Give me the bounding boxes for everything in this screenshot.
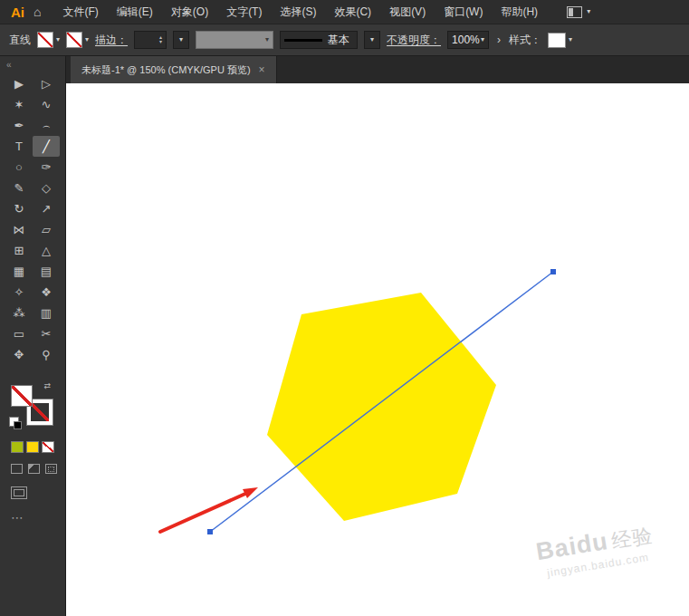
tool-free-transform[interactable]: ▱ bbox=[33, 219, 60, 240]
menu-item-help[interactable]: 帮助(H) bbox=[492, 0, 547, 24]
draw-inside-icon[interactable] bbox=[45, 464, 57, 474]
curvature-icon: ⌢ bbox=[43, 119, 51, 133]
yellow-hexagon-shape[interactable] bbox=[267, 293, 496, 521]
menu-items: 文件(F) 编辑(E) 对象(O) 文字(T) 选择(S) 效果(C) 视图(V… bbox=[53, 0, 547, 24]
tool-rotate[interactable]: ↻ bbox=[5, 198, 33, 219]
menu-item-select[interactable]: 选择(S) bbox=[271, 0, 325, 24]
tool-grid: ▶ ▷ ✶ ∿ ✒ ⌢ T bbox=[0, 73, 65, 365]
line-anchor-start[interactable] bbox=[207, 529, 213, 534]
tool-blend[interactable]: ❖ bbox=[33, 282, 60, 303]
tool-selection[interactable]: ▶ bbox=[5, 73, 33, 94]
tool-gradient[interactable]: ▤ bbox=[33, 261, 60, 282]
tool-pencil[interactable]: ✎ bbox=[5, 178, 33, 198]
selection-icon: ▶ bbox=[14, 77, 24, 91]
tool-pen[interactable]: ✒ bbox=[5, 115, 33, 136]
fill-none-swatch-icon bbox=[37, 32, 53, 48]
chevron-down-icon: ▾ bbox=[481, 36, 484, 43]
tool-artboard[interactable]: ▭ bbox=[5, 323, 33, 344]
opacity-dropdown[interactable]: 100% ▾ bbox=[447, 31, 489, 49]
brush-definition-dropdown[interactable]: ▾ bbox=[196, 31, 273, 49]
menu-item-type[interactable]: 文字(T) bbox=[217, 0, 271, 24]
tool-lasso[interactable]: ∿ bbox=[33, 94, 60, 115]
ellipse-icon: ○ bbox=[15, 160, 23, 174]
canvas[interactable]: Baidu经验 jingyan.baidu.com bbox=[66, 83, 689, 616]
line-anchor-end[interactable] bbox=[550, 269, 556, 274]
stroke-preview-icon bbox=[284, 39, 322, 42]
tool-zoom[interactable]: ⚲ bbox=[33, 344, 60, 365]
chevron-down-icon: ▾ bbox=[370, 36, 374, 43]
stroke-style-dropdown[interactable]: 基本 bbox=[280, 31, 358, 49]
menu-item-view[interactable]: 视图(V) bbox=[380, 0, 435, 24]
tool-ellipse[interactable]: ○ bbox=[5, 157, 33, 178]
scale-icon: ↗ bbox=[42, 202, 52, 216]
tool-shape-builder[interactable]: ⊞ bbox=[5, 240, 33, 261]
direct-selection-icon: ▷ bbox=[42, 77, 51, 91]
tool-mesh[interactable]: ▦ bbox=[5, 261, 33, 282]
column-graph-icon: ▥ bbox=[41, 306, 52, 320]
stroke-none-swatch-icon bbox=[66, 32, 82, 48]
active-tool-label: 直线 bbox=[9, 33, 31, 48]
stroke-color-control[interactable]: ▾ bbox=[66, 32, 89, 48]
document-tab[interactable]: 未标题-1* @ 150% (CMYK/GPU 预览) × bbox=[71, 56, 277, 83]
free-transform-icon: ▱ bbox=[42, 223, 51, 236]
style-swatch-icon bbox=[548, 33, 566, 48]
stroke-weight-stepper[interactable]: ▴▾ bbox=[134, 31, 167, 49]
change-screen-mode-icon[interactable] bbox=[11, 486, 27, 499]
tool-width[interactable]: ⋈ bbox=[5, 219, 33, 240]
apply-gradient-button[interactable] bbox=[26, 441, 39, 453]
menu-item-edit[interactable]: 编辑(E) bbox=[108, 0, 162, 24]
tool-paintbrush[interactable]: ✑ bbox=[33, 157, 60, 178]
edit-toolbar-icon[interactable]: ⋯ bbox=[11, 510, 65, 525]
tool-magic-wand[interactable]: ✶ bbox=[5, 94, 33, 115]
mesh-icon: ▦ bbox=[14, 265, 24, 278]
stroke-style-caret[interactable]: ▾ bbox=[364, 31, 380, 49]
opacity-label[interactable]: 不透明度： bbox=[387, 33, 441, 48]
menu-item-file[interactable]: 文件(F) bbox=[53, 0, 107, 24]
draw-normal-icon[interactable] bbox=[11, 464, 23, 474]
fill-stroke-widget[interactable]: ⇄ bbox=[11, 385, 53, 425]
tool-perspective-grid[interactable]: △ bbox=[33, 240, 60, 261]
tool-direct-selection[interactable]: ▷ bbox=[33, 73, 60, 94]
tools-panel: « ▶ ▷ ✶ ∿ ✒ ⌢ bbox=[0, 56, 66, 616]
chevron-down-icon: ▾ bbox=[569, 36, 572, 43]
lasso-icon: ∿ bbox=[42, 98, 52, 111]
fill-color-control[interactable]: ▾ bbox=[37, 32, 60, 48]
stroke-weight-label[interactable]: 描边： bbox=[95, 33, 128, 48]
tool-column-graph[interactable]: ▥ bbox=[33, 303, 60, 323]
close-icon[interactable]: × bbox=[259, 63, 265, 76]
menu-item-object[interactable]: 对象(O) bbox=[162, 0, 217, 24]
home-icon[interactable]: ⌂ bbox=[32, 5, 53, 19]
apply-none-button[interactable] bbox=[42, 441, 54, 453]
stroke-weight-dropdown[interactable]: ▾ bbox=[173, 31, 189, 49]
apply-color-button[interactable] bbox=[11, 441, 24, 453]
menu-item-effect[interactable]: 效果(C) bbox=[325, 0, 380, 24]
paintbrush-icon: ✑ bbox=[42, 160, 52, 174]
red-arrow-shaft bbox=[160, 494, 245, 532]
tool-slice[interactable]: ✂ bbox=[33, 323, 60, 344]
tool-curvature[interactable]: ⌢ bbox=[33, 115, 60, 136]
graphic-style-control[interactable]: ▾ bbox=[548, 33, 572, 48]
tool-line-segment[interactable]: ╱ bbox=[33, 136, 60, 157]
chevron-down-icon: ▾ bbox=[85, 36, 89, 43]
default-fill-stroke-icon[interactable] bbox=[9, 417, 19, 427]
watermark-brand-cn: 经验 bbox=[610, 524, 655, 553]
magic-wand-icon: ✶ bbox=[14, 98, 24, 111]
perspective-grid-icon: △ bbox=[42, 244, 51, 257]
fill-indicator-icon[interactable] bbox=[11, 385, 33, 407]
rotate-icon: ↻ bbox=[14, 202, 24, 216]
expand-panel-button[interactable]: › bbox=[495, 34, 502, 46]
menu-item-window[interactable]: 窗口(W) bbox=[435, 0, 492, 24]
tool-shaper[interactable]: ◇ bbox=[33, 178, 60, 198]
tool-scale[interactable]: ↗ bbox=[33, 198, 60, 219]
tool-symbol-sprayer[interactable]: ⁂ bbox=[5, 303, 33, 323]
swap-fill-stroke-icon[interactable]: ⇄ bbox=[43, 381, 51, 390]
tool-hand[interactable]: ✥ bbox=[5, 344, 33, 365]
line-segment-icon: ╱ bbox=[43, 140, 50, 153]
tool-eyedropper[interactable]: ✧ bbox=[5, 282, 33, 303]
pen-icon: ✒ bbox=[14, 119, 24, 132]
collapse-panel-icon[interactable]: « bbox=[0, 56, 65, 73]
workspace-switcher[interactable]: ▾ bbox=[567, 6, 590, 18]
draw-behind-icon[interactable] bbox=[28, 464, 40, 474]
shaper-icon: ◇ bbox=[42, 181, 51, 195]
tool-type[interactable]: T bbox=[5, 136, 33, 157]
